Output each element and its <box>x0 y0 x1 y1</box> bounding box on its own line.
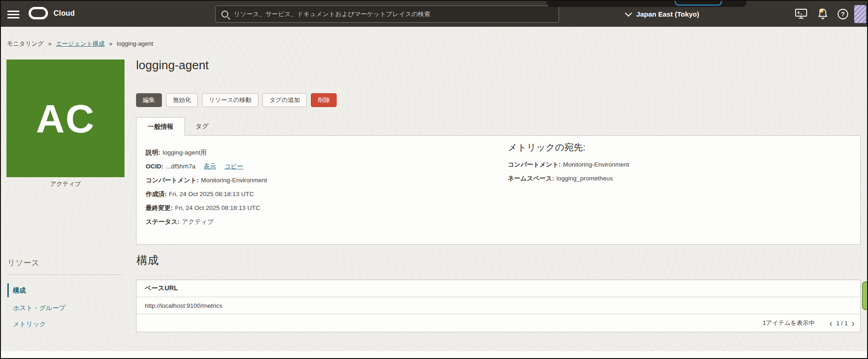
sidebar-item-configuration[interactable]: 構成 <box>7 283 26 297</box>
resources-heading: リソース <box>7 257 39 268</box>
info-row-created: 作成済:Fri, 24 Oct 2025 08:18:13 UTC <box>146 187 267 201</box>
search-input[interactable] <box>234 11 553 18</box>
base-url-cell: http://localhost:9100/metrics <box>145 302 222 309</box>
info-row-description: 説明:logging-agent用 <box>146 146 267 160</box>
resources-divider <box>6 275 122 275</box>
tab-general-info[interactable]: 一般情報 <box>136 117 185 136</box>
edit-button[interactable]: 編集 <box>136 93 162 107</box>
svg-text:?: ? <box>841 11 845 18</box>
cloud-shell-icon[interactable] <box>795 1 807 27</box>
table-column-header-base-url: ベースURL <box>137 280 860 297</box>
chevron-down-icon <box>624 9 632 17</box>
cropped-top-dialog <box>547 1 747 7</box>
entity-status-label: アクティブ <box>6 180 125 188</box>
brand-label: Cloud <box>54 9 75 18</box>
metric-destination-column: メトリックの宛先: コンパートメント:Monitoring-Environmen… <box>508 139 629 185</box>
disable-button[interactable]: 無効化 <box>166 93 198 107</box>
oracle-logo-icon <box>29 7 48 19</box>
next-page-icon[interactable]: › <box>849 318 857 328</box>
metric-row-namespace: ネームスペース:logging_prometheus <box>508 172 629 185</box>
ocid-copy-link[interactable]: コピー <box>224 163 243 170</box>
breadcrumb-current: logging-agent <box>117 40 153 47</box>
breadcrumb-agent-config-link[interactable]: エージェント構成 <box>56 40 105 47</box>
hamburger-menu-icon[interactable] <box>7 9 19 19</box>
metric-destination-heading: メトリックの宛先: <box>508 139 629 155</box>
info-row-status: ステータス:アクティブ <box>146 215 267 229</box>
sidebar-item-metrics[interactable]: メトリック <box>7 319 46 329</box>
items-shown-label: 1アイテムを表示中 <box>763 319 815 327</box>
oracle-cloud-brand[interactable]: Cloud <box>29 7 75 19</box>
table-row: http://localhost:9100/metrics <box>137 297 860 314</box>
metric-row-compartment: コンパートメント:Monitoring-Environment <box>508 158 629 172</box>
entity-initials-tile: AC <box>6 60 125 177</box>
notifications-bell-icon[interactable] <box>817 1 828 27</box>
general-info-panel: 説明:logging-agent用 OCID:...df5hrh7a 表示 コピ… <box>136 135 861 245</box>
tab-tags[interactable]: タグ <box>189 117 215 136</box>
breadcrumb: モニタリング » エージェント構成 » logging-agent <box>7 40 153 48</box>
general-info-column: 説明:logging-agent用 OCID:...df5hrh7a 表示 コピ… <box>146 146 267 229</box>
user-avatar[interactable] <box>854 5 866 23</box>
prev-page-icon[interactable]: ‹ <box>826 318 835 328</box>
page-title: logging-agent <box>136 58 209 72</box>
search-icon <box>221 11 228 18</box>
configuration-section-heading: 構成 <box>137 253 159 268</box>
help-icon[interactable]: ? <box>837 1 849 27</box>
configuration-table: ベースURL http://localhost:9100/metrics 1アイ… <box>136 280 861 332</box>
breadcrumb-monitoring: モニタリング <box>7 40 44 47</box>
table-footer: 1アイテムを表示中 ‹ 1 / 1 › <box>137 314 860 332</box>
move-resource-button[interactable]: リソースの移動 <box>202 93 258 107</box>
page-indicator: 1 / 1 <box>836 320 848 327</box>
info-row-ocid: OCID:...df5hrh7a 表示 コピー <box>146 160 267 174</box>
global-search <box>215 6 559 23</box>
breadcrumb-separator: » <box>109 40 112 47</box>
entity-initials: AC <box>36 99 95 138</box>
sidebar-item-host-groups[interactable]: ホスト・グループ <box>7 303 65 312</box>
info-row-compartment: コンパートメント:Monitoring-Environment <box>146 174 267 187</box>
dialog-focused-button[interactable] <box>675 1 722 6</box>
bottom-edge-strip <box>1 351 867 358</box>
info-row-last-modified: 最終変更:Fri, 24 Oct 2025 08:18:13 UTC <box>146 201 267 215</box>
delete-button[interactable]: 削除 <box>311 93 337 107</box>
add-tags-button[interactable]: タグの追加 <box>262 93 307 107</box>
browser-viewport: Cloud Japan East (Tokyo) <box>0 0 868 359</box>
breadcrumb-separator: » <box>48 40 51 47</box>
region-label: Japan East (Tokyo) <box>636 10 699 18</box>
action-bar: 編集 無効化 リソースの移動 タグの追加 削除 <box>136 93 337 107</box>
right-edge-widget[interactable] <box>862 281 867 310</box>
ocid-show-link[interactable]: 表示 <box>204 163 216 170</box>
